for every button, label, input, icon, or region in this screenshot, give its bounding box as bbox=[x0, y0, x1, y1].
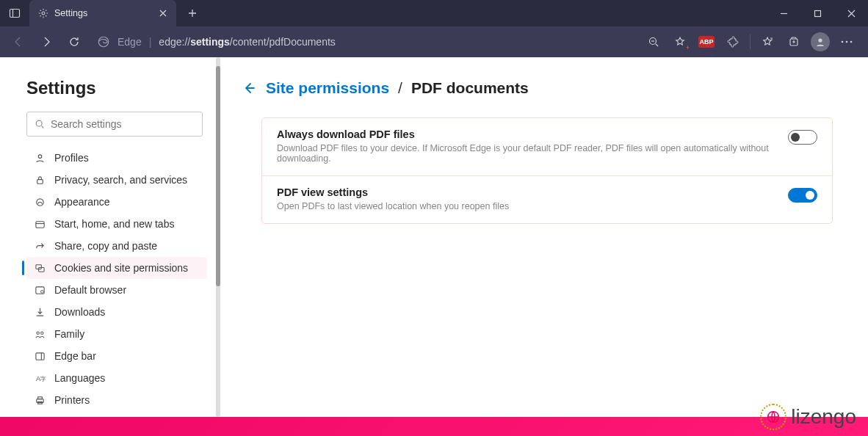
nav-back-button[interactable] bbox=[6, 29, 31, 54]
sidebar-scrollbar[interactable] bbox=[216, 57, 220, 417]
star-plus-icon bbox=[674, 36, 686, 48]
setting-title: Always download PDF files bbox=[277, 128, 776, 140]
sidebar-item-label: Cookies and site permissions bbox=[54, 262, 188, 274]
svg-point-14 bbox=[846, 41, 848, 43]
arrow-left-icon bbox=[242, 81, 256, 95]
breadcrumb-parent-link[interactable]: Site permissions bbox=[266, 79, 389, 97]
address-bar[interactable]: Edge | edge://settings/content/pdfDocume… bbox=[97, 35, 638, 48]
sidebar-item-default-browser[interactable]: Default browser bbox=[26, 279, 207, 301]
settings-nav-list: Profiles Privacy, search, and services A… bbox=[26, 147, 207, 411]
svg-point-2 bbox=[42, 12, 45, 15]
sidebar-item-family[interactable]: Family bbox=[26, 323, 207, 345]
ellipsis-icon bbox=[841, 40, 853, 43]
svg-rect-28 bbox=[35, 352, 43, 359]
breadcrumb-back-button[interactable] bbox=[241, 80, 257, 96]
svg-point-27 bbox=[40, 331, 43, 333]
refresh-icon bbox=[68, 36, 80, 48]
sidebar-item-label: Printers bbox=[54, 394, 90, 406]
sidebar-item-privacy[interactable]: Privacy, search, and services bbox=[26, 169, 207, 191]
nav-refresh-button[interactable] bbox=[62, 29, 87, 54]
sidebar-item-appearance[interactable]: Appearance bbox=[26, 191, 207, 213]
window-controls bbox=[767, 0, 868, 26]
sidebar-item-downloads[interactable]: Downloads bbox=[26, 301, 207, 323]
globe-icon bbox=[760, 404, 786, 430]
sidebar-item-label: Default browser bbox=[54, 284, 126, 296]
sidebar-item-cookies-permissions[interactable]: Cookies and site permissions bbox=[26, 257, 207, 279]
download-icon bbox=[34, 306, 46, 318]
setting-row-pdf-view: PDF view settings Open PDFs to last view… bbox=[262, 175, 832, 223]
arrow-right-icon bbox=[40, 36, 52, 48]
svg-line-7 bbox=[656, 44, 658, 46]
browser-icon bbox=[34, 284, 46, 296]
settings-card: Always download PDF files Download PDF f… bbox=[261, 117, 833, 224]
svg-point-16 bbox=[36, 120, 42, 126]
sidebar-item-label: Profiles bbox=[54, 152, 89, 164]
svg-point-25 bbox=[40, 290, 43, 293]
svg-rect-4 bbox=[814, 10, 820, 16]
breadcrumb: Site permissions / PDF documents bbox=[241, 79, 833, 97]
sidebar-item-profiles[interactable]: Profiles bbox=[26, 147, 207, 169]
profile-button[interactable] bbox=[808, 29, 833, 54]
content-area: Settings Profiles Privacy, search, and s… bbox=[0, 57, 868, 417]
abp-extension-button[interactable]: ABP bbox=[694, 29, 719, 54]
sidebar-item-printers[interactable]: Printers bbox=[26, 389, 207, 411]
sidebar-item-label: Edge bar bbox=[54, 350, 96, 362]
title-bar: Settings bbox=[0, 0, 868, 26]
avatar-icon bbox=[811, 32, 830, 51]
setting-description: Download PDF files to your device. If Mi… bbox=[277, 143, 776, 164]
window-maximize-button[interactable] bbox=[800, 0, 834, 26]
svg-rect-19 bbox=[37, 179, 43, 184]
toggle-always-download[interactable] bbox=[788, 130, 817, 145]
sidebar-icon bbox=[9, 7, 21, 19]
browser-window: Settings Edge | edge://settings/content/… bbox=[0, 0, 868, 417]
nav-forward-button[interactable] bbox=[34, 29, 59, 54]
new-tab-button[interactable] bbox=[181, 1, 204, 25]
close-icon bbox=[847, 10, 856, 18]
app-menu-button[interactable] bbox=[834, 29, 859, 54]
sidebar-item-share[interactable]: Share, copy and paste bbox=[26, 235, 207, 257]
toolbar: Edge | edge://settings/content/pdfDocume… bbox=[0, 26, 868, 57]
settings-search-box[interactable] bbox=[26, 112, 203, 137]
plus-icon bbox=[188, 9, 197, 18]
breadcrumb-current: PDF documents bbox=[411, 79, 529, 97]
vertical-tabs-button[interactable] bbox=[0, 0, 29, 26]
watermark-text: lizengo bbox=[791, 405, 856, 429]
abp-badge: ABP bbox=[698, 36, 715, 48]
maximize-icon bbox=[814, 10, 822, 18]
zoom-button[interactable] bbox=[641, 29, 666, 54]
toggle-pdf-view[interactable] bbox=[788, 188, 817, 203]
svg-point-15 bbox=[850, 41, 853, 43]
svg-rect-0 bbox=[10, 10, 20, 18]
sidebar-item-label: Privacy, search, and services bbox=[54, 174, 187, 186]
arrow-left-icon bbox=[12, 36, 24, 48]
sidebar-item-start[interactable]: Start, home, and new tabs bbox=[26, 213, 207, 235]
sidebar-item-label: Downloads bbox=[54, 306, 105, 318]
svg-line-17 bbox=[42, 126, 44, 128]
collections-button[interactable] bbox=[781, 29, 806, 54]
settings-main-panel: Site permissions / PDF documents Always … bbox=[220, 57, 868, 417]
setting-row-always-download: Always download PDF files Download PDF f… bbox=[262, 118, 832, 175]
favorite-add-button[interactable]: + bbox=[668, 29, 692, 54]
toolbar-right: + ABP bbox=[641, 29, 859, 54]
favorites-button[interactable] bbox=[755, 29, 780, 54]
close-icon bbox=[159, 10, 167, 17]
browser-tab[interactable]: Settings bbox=[29, 0, 176, 26]
sidebar-item-label: Appearance bbox=[54, 196, 110, 208]
edgebar-icon bbox=[34, 350, 46, 362]
settings-search-input[interactable] bbox=[51, 118, 195, 130]
sidebar-item-edge-bar[interactable]: Edge bar bbox=[26, 345, 207, 367]
extensions-button[interactable] bbox=[720, 29, 745, 54]
tab-icon bbox=[34, 218, 46, 230]
sidebar-item-languages[interactable]: A字Languages bbox=[26, 367, 207, 389]
svg-rect-21 bbox=[35, 221, 43, 227]
window-minimize-button[interactable] bbox=[767, 0, 800, 26]
tab-close-button[interactable] bbox=[157, 7, 169, 19]
sidebar-item-label: Start, home, and new tabs bbox=[54, 218, 174, 230]
settings-heading: Settings bbox=[26, 78, 207, 98]
puzzle-icon bbox=[727, 36, 739, 48]
window-close-button[interactable] bbox=[834, 0, 868, 26]
sidebar-item-label: Languages bbox=[54, 372, 105, 384]
profile-icon bbox=[34, 152, 46, 164]
svg-point-12 bbox=[818, 38, 822, 42]
svg-text:字: 字 bbox=[40, 376, 46, 382]
